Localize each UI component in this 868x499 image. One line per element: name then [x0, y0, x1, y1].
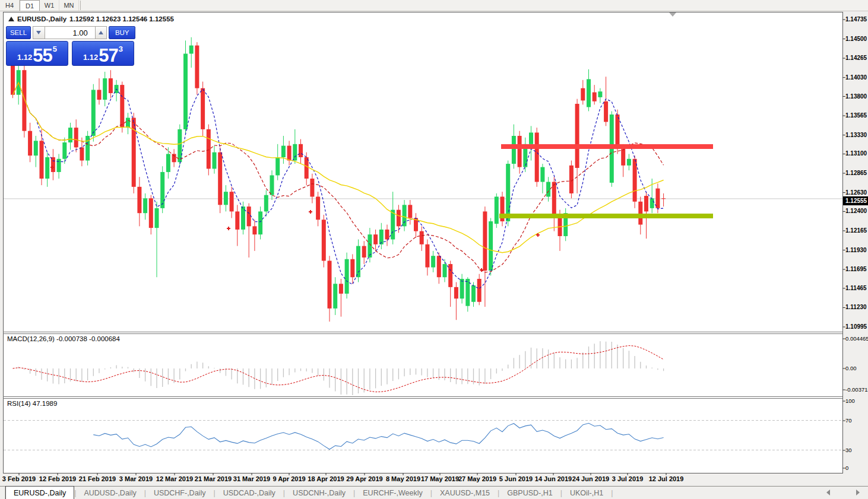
volume-decrease-button[interactable] — [33, 26, 45, 39]
terminal-window: H4D1W1MN EURUSD-,Daily 1.12592 1.12623 1… — [0, 0, 868, 499]
trade-controls-row: SELL BUY — [6, 26, 135, 39]
price-tick-label: 1.14500 — [845, 36, 868, 42]
candle-body — [275, 157, 280, 175]
candle-body — [207, 129, 211, 169]
volume-increase-button[interactable] — [95, 26, 107, 39]
current-price-badge: 1.12555 — [843, 196, 868, 205]
date-tick-label: 29 Apr 2019 — [346, 475, 382, 482]
sell-price-box[interactable]: 1.12 55 5 — [6, 41, 68, 66]
candle-body — [443, 264, 447, 277]
candle-body — [368, 234, 372, 258]
candle-body — [495, 196, 499, 224]
candle-body — [155, 208, 159, 228]
date-tick-label: 3 Feb 2019 — [2, 475, 36, 482]
tab-audusd-daily[interactable]: AUDUSD-,Daily — [76, 487, 144, 499]
tab-bar-stub — [0, 487, 5, 499]
sell-price-superscript: 5 — [53, 45, 57, 53]
candle-body — [51, 157, 55, 172]
date-tick-label: 14 Jun 2019 — [535, 475, 572, 482]
candle-body — [281, 146, 286, 157]
candle-body — [604, 101, 608, 122]
candle-body — [172, 154, 176, 162]
tab-eurusd-daily[interactable]: EURUSD-,Daily — [5, 486, 74, 499]
candle-body — [621, 149, 625, 166]
candle-body — [201, 88, 205, 129]
candle-body — [408, 205, 412, 218]
tab-scroll-right-icon[interactable] — [856, 490, 860, 495]
candle-body — [506, 164, 510, 221]
candle-body — [189, 46, 194, 54]
candle-body — [270, 175, 274, 195]
indicator-tick-label: 0.004465 — [845, 335, 868, 342]
tab-xauusd-m15[interactable]: XAUUSD-,M15 — [432, 487, 498, 499]
candle-body — [224, 192, 228, 205]
candle-body — [287, 146, 292, 161]
price-tick-label: 1.12865 — [845, 170, 868, 176]
macd-label: MACD(12,26,9) -0.000738 -0.000684 — [7, 335, 120, 342]
price-tick-label: 1.13800 — [845, 93, 868, 100]
candle-body — [230, 192, 234, 211]
date-tick-label: 12 Feb 2019 — [39, 475, 76, 482]
symbol-tab-bar: EURUSD-,Daily|AUDUSD-,Daily|USDCHF-,Dail… — [0, 486, 868, 499]
price-tick-label: 1.11230 — [845, 304, 868, 310]
candle-body — [431, 256, 435, 267]
candle-body — [540, 167, 544, 182]
candle-body — [218, 152, 222, 205]
candle-body — [126, 118, 130, 128]
tab-scroll-left-icon[interactable] — [826, 490, 830, 495]
date-tick-label: 8 May 2019 — [386, 475, 420, 482]
date-tick-label: 5 Jun 2019 — [499, 475, 533, 482]
candle-body — [535, 132, 539, 182]
one-click-trading-panel: SELL BUY 1.12 55 5 1.12 57 3 — [6, 26, 135, 66]
chart-canvas[interactable] — [0, 0, 868, 499]
candle-body — [454, 287, 458, 298]
candle-body — [137, 187, 141, 213]
candle-body — [40, 141, 44, 179]
trade-prices-row: 1.12 55 5 1.12 57 3 — [6, 41, 135, 66]
candle-body — [310, 179, 314, 196]
price-tick-label: 1.10995 — [845, 323, 868, 330]
price-tick-label: 1.12630 — [845, 189, 868, 196]
candle-body — [362, 246, 366, 258]
chart-title: EURUSD-,Daily 1.12592 1.12623 1.12546 1.… — [8, 15, 174, 23]
buy-button[interactable]: BUY — [109, 26, 135, 39]
candle-body — [299, 144, 303, 157]
candle-body — [252, 226, 256, 234]
candle-body — [316, 196, 320, 220]
buy-price-box[interactable]: 1.12 57 3 — [72, 41, 134, 66]
candle-body — [264, 195, 268, 212]
tab-ukoil-h1[interactable]: UKOil-,H1 — [562, 487, 611, 499]
candle-body — [339, 284, 343, 294]
candle-body — [403, 205, 407, 226]
candle-body — [322, 220, 326, 260]
candle-body — [655, 189, 660, 208]
candle-body — [616, 115, 620, 149]
candle-body — [328, 261, 332, 309]
sell-price-prefix: 1.12 — [17, 53, 32, 62]
buy-price-superscript: 3 — [119, 45, 123, 53]
candle-body — [483, 211, 487, 271]
candle-body — [650, 198, 654, 208]
candle-body — [247, 206, 251, 226]
tab-usdcnh-daily[interactable]: USDCNH-,Daily — [285, 487, 353, 499]
candle-body — [213, 152, 217, 169]
candle-body — [385, 230, 389, 240]
date-tick-label: 27 May 2019 — [458, 475, 496, 482]
tab-usdchf-daily[interactable]: USDCHF-,Daily — [146, 487, 214, 499]
date-tick-label: 24 Jun 2019 — [572, 475, 609, 482]
candle-body — [512, 136, 516, 164]
candle-body — [166, 154, 170, 171]
indicator-tick-label: -0.003715 — [845, 386, 868, 393]
tab-eurchf-weekly[interactable]: EURCHF-,Weekly — [355, 487, 430, 499]
ma-mid — [13, 82, 664, 272]
sell-button[interactable]: SELL — [6, 26, 31, 39]
price-tick-label: 1.11930 — [845, 247, 868, 253]
candle-body — [598, 91, 602, 97]
price-tick-label: 1.12400 — [845, 208, 868, 214]
tab-gbpusd-h1[interactable]: GBPUSD-,H1 — [499, 487, 560, 499]
candle-body — [293, 144, 297, 161]
volume-input[interactable] — [45, 26, 95, 39]
tab-usdcad-daily[interactable]: USDCAD-,Daily — [216, 487, 283, 499]
candle-body — [149, 198, 153, 228]
price-tick-label: 1.11465 — [845, 285, 868, 291]
